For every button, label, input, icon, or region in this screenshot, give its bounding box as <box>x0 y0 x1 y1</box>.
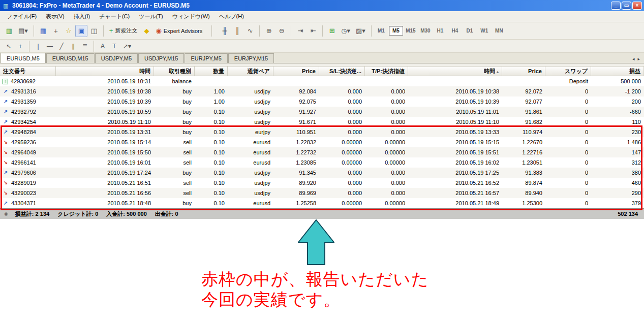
column-header[interactable]: T/P:決済指値 <box>365 67 408 76</box>
equidistant-channel-button[interactable]: ∥ <box>68 41 79 51</box>
bar-chart-button[interactable]: ╫ <box>219 25 231 37</box>
cell: 110 <box>591 117 644 127</box>
market-watch-button[interactable]: ▦ <box>37 25 49 37</box>
table-row[interactable]: ↗433043712010.05.21 18:48buy0.10eurusd1.… <box>0 198 644 208</box>
tab-scroll-left-icon[interactable]: ◂ <box>632 56 635 61</box>
chart-tab[interactable]: EURJPY,M15 <box>228 53 274 63</box>
minimize-button[interactable]: _ <box>611 2 621 10</box>
column-header[interactable]: S/L:決済逆... <box>319 67 365 76</box>
cell: 2010.05.19 10:38 <box>408 86 502 96</box>
column-header[interactable]: 通貨ペア <box>228 67 273 76</box>
cursor-button[interactable]: ↖ <box>3 41 14 51</box>
column-header[interactable]: 時間 <box>56 67 154 76</box>
table-row[interactable]: ↗429327922010.05.19 10:59buy0.10usdjpy91… <box>0 107 644 117</box>
table-row[interactable]: ↘432900232010.05.21 16:56sell0.10usdjpy8… <box>0 188 644 198</box>
cell: 2010.05.19 15:51 <box>408 147 502 157</box>
profiles-button[interactable]: ▤▾ <box>16 25 30 37</box>
arrow-tools-button[interactable]: ↗▾ <box>120 41 134 51</box>
chart-tab[interactable]: EURUSD,M15 <box>46 53 95 63</box>
timeframe-m15-button[interactable]: M15 <box>404 26 418 36</box>
cell: eurusd <box>228 198 273 208</box>
expert-advisors-button[interactable]: ◉Expert Advisors <box>153 25 205 37</box>
menu-item[interactable]: 挿入(I) <box>69 11 95 22</box>
cell: 2010.05.21 18:48 <box>56 198 154 208</box>
column-header[interactable]: 時間▴ <box>408 67 502 76</box>
menu-item[interactable]: ウィンドウ(W) <box>168 11 214 22</box>
indicators-button[interactable]: ⊞ <box>326 25 338 37</box>
table-row[interactable]: ↘429592362010.05.19 15:14sell0.10eurusd1… <box>0 137 644 147</box>
menu-item[interactable]: ファイル(F) <box>2 11 41 22</box>
horizontal-line-button[interactable]: — <box>44 41 55 51</box>
timeframe-mn-button[interactable]: MN <box>492 26 506 36</box>
timeframe-m30-button[interactable]: M30 <box>418 26 433 36</box>
table-row[interactable]: ↗429313592010.05.19 10:39buy1.00usdjpy92… <box>0 96 644 107</box>
templates-button[interactable]: ▨▾ <box>353 25 368 37</box>
periods-button[interactable]: ◷▾ <box>339 25 353 37</box>
timeframe-d1-button[interactable]: D1 <box>463 26 477 36</box>
strategy-tester-button[interactable]: ◫ <box>88 25 100 37</box>
column-header[interactable]: 注文番号 <box>0 67 56 76</box>
metaeditor-button[interactable]: ◆ <box>140 25 152 37</box>
trendline-button[interactable]: ╱ <box>56 41 67 51</box>
column-header[interactable]: スワップ <box>545 67 591 76</box>
text-label-button[interactable]: T <box>109 41 120 51</box>
table-row[interactable]: ↗429482842010.05.19 13:31buy0.10eurjpy11… <box>0 127 644 137</box>
menu-item[interactable]: 表示(V) <box>41 11 69 22</box>
terminal-button[interactable]: ▣ <box>75 25 87 37</box>
data-window-button[interactable]: ＋ <box>50 25 62 37</box>
timeframe-w1-button[interactable]: W1 <box>477 26 492 36</box>
crosshair-button[interactable]: + <box>15 41 26 51</box>
cell: 0.10 <box>195 147 228 157</box>
text-button[interactable]: A <box>97 41 108 51</box>
column-header[interactable]: 取引種別 <box>154 67 195 76</box>
fibonacci-button[interactable]: ≣ <box>79 41 90 51</box>
zoom-in-button[interactable]: ⊕ <box>263 25 275 37</box>
navigator-button[interactable]: ☆ <box>63 25 75 37</box>
new-chart-button[interactable]: ▥ <box>3 25 15 37</box>
timeframe-h1-button[interactable]: H1 <box>433 26 447 36</box>
table-row[interactable]: ↗429313162010.05.19 10:38buy1.00usdjpy92… <box>0 86 644 96</box>
line-chart-button[interactable]: ∿ <box>244 25 256 37</box>
drawing-toolbar: ↖+|—╱∥≣AT↗▾ <box>3 41 134 52</box>
vertical-line-button[interactable]: | <box>33 41 44 51</box>
auto-scroll-button[interactable]: ⇥ <box>294 25 306 37</box>
chart-tab[interactable]: USDJPY,M5 <box>95 53 138 63</box>
summary-value: 2 134 <box>36 211 50 217</box>
menu-item[interactable]: チャート(C) <box>95 11 134 22</box>
cell: -1 200 <box>591 86 644 96</box>
timeframe-m1-button[interactable]: M1 <box>374 26 388 36</box>
table-row[interactable]: ↘429640492010.05.19 15:50sell0.10eurusd1… <box>0 147 644 157</box>
timeframe-m5-button[interactable]: M5 <box>389 26 403 36</box>
close-button[interactable]: × <box>632 2 642 10</box>
table-row[interactable]: ↗429796062010.05.19 17:24buy0.10usdjpy91… <box>0 168 644 178</box>
table-row[interactable]: ↘429661412010.05.19 16:01sell0.10eurusd1… <box>0 157 644 168</box>
window-title: 3061804: FxPro - MetaTrader 4 - Demo Acc… <box>12 2 608 9</box>
title-bar[interactable]: ▥ 3061804: FxPro - MetaTrader 4 - Demo A… <box>0 0 644 11</box>
zoom-out-button-icon: ⊖ <box>279 27 285 34</box>
menu-item[interactable]: ヘルプ(H) <box>214 11 249 22</box>
cell: buy <box>154 198 195 208</box>
column-header[interactable]: 数量 <box>195 67 228 76</box>
table-row[interactable]: ↑429306922010.05.19 10:31balanceDeposit5… <box>0 76 644 86</box>
annotation-text: 赤枠の中が、報告いただいた 今回の実績です。 <box>201 269 428 310</box>
column-header[interactable]: Price <box>502 67 545 76</box>
chart-tab[interactable]: EURUSD,M5 <box>1 53 46 63</box>
column-header[interactable]: 損益 <box>591 67 644 76</box>
chart-tab[interactable]: USDJPY,M15 <box>138 53 184 63</box>
timeframe-h4-button[interactable]: H4 <box>448 26 462 36</box>
table-row[interactable]: ↘432890192010.05.21 16:51sell0.10usdjpy8… <box>0 178 644 188</box>
restore-button[interactable]: ▭ <box>622 2 631 10</box>
menu-item[interactable]: ツール(T) <box>134 11 168 22</box>
table-row[interactable]: ↗429342542010.05.19 11:10buy0.10usdjpy91… <box>0 117 644 127</box>
candlestick-chart-button[interactable]: ║ <box>231 25 243 37</box>
tab-scroll-right-icon[interactable]: ▸ <box>637 56 640 61</box>
zoom-out-button[interactable]: ⊖ <box>275 25 288 37</box>
new-order-button[interactable]: +新規注文 <box>107 25 140 37</box>
data-window-button-icon: ＋ <box>52 27 59 34</box>
cell: usdjpy <box>228 188 273 198</box>
text-button-icon: A <box>101 43 105 49</box>
chart-tab[interactable]: EURJPY,M5 <box>185 53 227 63</box>
cell: 0 <box>545 198 591 208</box>
chart-shift-button[interactable]: ⇤ <box>307 25 319 37</box>
column-header[interactable]: Price <box>273 67 319 76</box>
